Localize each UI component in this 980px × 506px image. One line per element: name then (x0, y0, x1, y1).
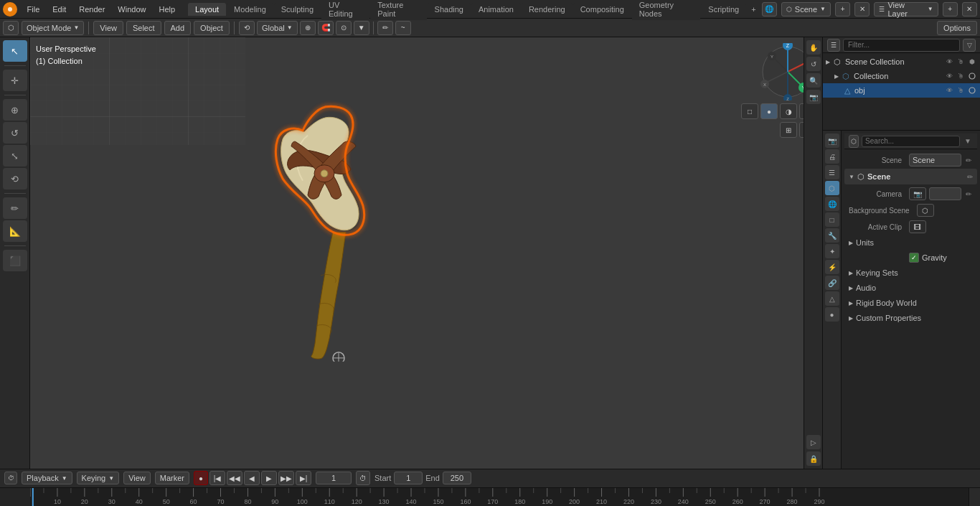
annotate-icon[interactable]: ✏ (377, 21, 393, 35)
current-frame-display[interactable]: 1 (316, 472, 352, 484)
menu-file[interactable]: File (22, 4, 46, 15)
transform-orientation[interactable]: Global ▼ (257, 21, 298, 35)
select-menu[interactable]: Select (126, 21, 161, 35)
keying-menu[interactable]: Keying ▼ (77, 472, 120, 484)
view-menu-timeline[interactable]: View (123, 472, 151, 484)
viewlayer-selector[interactable]: ☰ View Layer ▼ (874, 2, 938, 17)
timeline-scroll[interactable] (969, 488, 980, 506)
camera-edit-btn[interactable]: ✏ (964, 190, 973, 198)
properties-search[interactable] (862, 136, 960, 147)
skip-last-btn[interactable]: ▶| (296, 471, 311, 485)
zoom-btn[interactable]: 🔍 (806, 73, 821, 88)
tab-scripting[interactable]: Scripting (701, 3, 746, 16)
rigid-body-section[interactable]: ▶ Rigid Body World (844, 296, 977, 310)
lock-camera-btn[interactable]: 🔒 (806, 451, 821, 466)
tab-modeling[interactable]: Modeling (227, 3, 273, 16)
col-exclude-btn[interactable] (967, 71, 977, 81)
expand-panel-btn[interactable]: ▷ (806, 435, 821, 449)
new-scene-icon[interactable]: + (835, 2, 850, 17)
camera-value[interactable] (929, 187, 961, 200)
wireframe-mode-btn[interactable]: □ (741, 103, 758, 119)
playback-menu[interactable]: Playback ▼ (22, 472, 72, 484)
measure-tool[interactable]: 📐 (3, 220, 27, 242)
obj-select-btn[interactable]: 🖱 (956, 85, 966, 95)
pivot-icon[interactable]: ⊕ (300, 21, 316, 35)
viewport-options-btn[interactable]: Options (937, 21, 977, 35)
outliner-type-icon[interactable]: ☰ (827, 39, 840, 52)
tab-shading[interactable]: Shading (428, 3, 471, 16)
menu-render[interactable]: Render (73, 4, 110, 15)
editor-type-icon[interactable]: ⬡ (3, 21, 19, 35)
tab-geometry-nodes[interactable]: Geometry Nodes (632, 0, 701, 20)
snap-icon[interactable]: 🧲 (318, 21, 334, 35)
annotate-tool[interactable]: ✏ (3, 197, 27, 219)
scene-edit-btn[interactable]: ✏ (964, 156, 973, 164)
prop-tab-object[interactable]: □ (825, 212, 839, 227)
outliner-scene-collection[interactable]: ▶ ⬡ Scene Collection 👁 🖱 ⬢ (823, 55, 980, 69)
prop-tab-modifier[interactable]: 🔧 (825, 228, 839, 243)
proportional-type-icon[interactable]: ▼ (354, 21, 369, 35)
grab-cursor-btn[interactable]: ✋ (806, 40, 821, 55)
start-frame-input[interactable]: 1 (394, 472, 423, 484)
menu-edit[interactable]: Edit (47, 4, 72, 15)
audio-section[interactable]: ▶ Audio (844, 281, 977, 295)
use-preview-range-btn[interactable]: ⏱ (356, 471, 370, 485)
outliner-filter-btn[interactable]: ▽ (963, 39, 976, 52)
end-frame-input[interactable]: 250 (443, 472, 471, 484)
grease-falloff-icon[interactable]: ~ (395, 21, 411, 35)
move-tool[interactable]: ⊕ (3, 99, 27, 121)
prop-tab-physics[interactable]: ⚡ (825, 260, 839, 274)
obj-visibility-btn[interactable]: 👁 (944, 85, 954, 95)
keying-sets-section[interactable]: ▶ Keying Sets (844, 266, 977, 280)
object-menu[interactable]: Object (194, 21, 230, 35)
blender-online-icon[interactable]: 🌐 (762, 2, 777, 17)
play-btn[interactable]: ▶ (261, 471, 277, 485)
cursor-tool[interactable]: ✛ (3, 70, 27, 91)
prop-tab-world[interactable]: 🌐 (825, 197, 839, 211)
show-overlay-btn[interactable]: ⊞ (780, 122, 797, 138)
outliner-search[interactable] (843, 39, 960, 52)
add-menu[interactable]: Add (164, 21, 192, 35)
scene-section-edit[interactable]: ✏ (967, 173, 973, 181)
prop-tab-scene[interactable]: ⬡ (825, 181, 839, 195)
timeline-type-icon[interactable]: ⏱ (4, 472, 17, 484)
viewport-3d[interactable]: User Perspective (1) Collection X X Y (30, 37, 822, 469)
properties-filter-btn[interactable]: ▼ (963, 137, 973, 145)
record-btn[interactable]: ● (194, 471, 208, 485)
add-cube-tool[interactable]: ⬛ (3, 250, 27, 271)
scene-section[interactable]: ▼ ⬡ Scene ✏ (844, 169, 977, 184)
units-section[interactable]: ▶ Units (844, 235, 977, 250)
menu-help[interactable]: Help (153, 4, 181, 15)
scale-tool[interactable]: ⤡ (3, 145, 27, 167)
col-restrict1[interactable]: 👁 (944, 71, 954, 81)
gravity-checkbox[interactable]: ✓ (909, 253, 919, 263)
tab-texture-paint[interactable]: Texture Paint (370, 0, 426, 20)
view-menu[interactable]: View (93, 21, 123, 35)
timeline-ruler-area[interactable]: 1020304050607080901001101201301401501601… (30, 488, 969, 506)
scene-name-value[interactable]: Scene (909, 154, 961, 167)
prop-tab-constraints[interactable]: 🔗 (825, 276, 839, 290)
timeline-track[interactable]: 1020304050607080901001101201301401501601… (0, 488, 980, 506)
scene-col-restrict1[interactable]: 👁 (944, 57, 954, 67)
proportional-edit-icon[interactable]: ⊙ (336, 21, 352, 35)
prop-tab-viewlayer[interactable]: ☰ (825, 165, 839, 179)
next-keyframe-btn[interactable]: ▶▶ (278, 471, 294, 485)
transform-icon[interactable]: ⟲ (239, 21, 255, 35)
solid-mode-btn[interactable]: ● (760, 103, 778, 119)
prop-type-icon[interactable]: ⬡ (849, 135, 859, 148)
prop-tab-data[interactable]: △ (825, 291, 839, 306)
select-tool[interactable]: ↖ (3, 40, 27, 62)
outliner-obj[interactable]: △ obj 👁 🖱 (823, 83, 980, 98)
custom-properties-section[interactable]: ▶ Custom Properties (844, 311, 977, 325)
camera-view-btn[interactable]: 📷 (806, 90, 821, 104)
prop-tab-material[interactable]: ● (825, 307, 839, 322)
obj-render-btn[interactable] (967, 85, 977, 95)
tab-animation[interactable]: Animation (471, 3, 521, 16)
prop-tab-render[interactable]: 📷 (825, 133, 839, 148)
prop-tab-particles[interactable]: ✦ (825, 244, 839, 258)
active-clip-icon-btn[interactable]: 🎞 (909, 220, 926, 233)
new-viewlayer-icon[interactable]: + (943, 2, 958, 17)
bg-scene-icon-btn[interactable]: ⬡ (917, 204, 934, 217)
col-restrict2[interactable]: 🖱 (956, 71, 966, 81)
tab-sculpting[interactable]: Sculpting (274, 3, 321, 16)
